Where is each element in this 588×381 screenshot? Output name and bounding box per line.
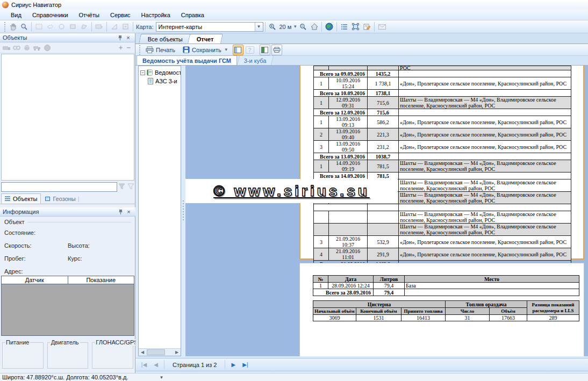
tree-hscrollbar[interactable]: ◀ ▶ bbox=[139, 348, 181, 356]
object-list-button[interactable] bbox=[339, 21, 350, 32]
layers-button[interactable] bbox=[94, 21, 105, 32]
help-button[interactable]: ? bbox=[245, 45, 255, 55]
save-button[interactable]: Сохранить ▼ bbox=[179, 45, 232, 55]
objects-close-icon[interactable]: × bbox=[124, 34, 132, 41]
info-pin-icon[interactable] bbox=[117, 208, 125, 215]
height-label: Высота: bbox=[68, 242, 131, 249]
column-header: № bbox=[313, 276, 328, 283]
dispense-group-header: Топлив ораздача bbox=[446, 301, 527, 308]
tree-item-child[interactable]: АЗС 3-и bbox=[139, 77, 181, 85]
report-toolbar: Печать Сохранить ▼ ? bbox=[135, 44, 588, 56]
expand-all-icon[interactable]: + bbox=[119, 44, 123, 52]
table-cell bbox=[368, 204, 399, 211]
table-cell bbox=[314, 211, 329, 224]
filter-apply-icon[interactable] bbox=[118, 183, 126, 191]
show-on-map-icon[interactable] bbox=[23, 44, 31, 52]
tab-divider: | bbox=[78, 196, 80, 202]
objects-list[interactable] bbox=[1, 54, 134, 181]
course-label: Курс: bbox=[68, 255, 131, 262]
globe-button[interactable] bbox=[324, 21, 335, 32]
follow-object-icon[interactable] bbox=[2, 44, 11, 52]
print-preview-button[interactable] bbox=[271, 45, 282, 55]
table-cell: Всего за 28.09.2016 bbox=[313, 289, 374, 296]
table-cell: 31 bbox=[446, 315, 490, 321]
tree-item-root-label: Ведомость bbox=[155, 69, 181, 76]
select-polygon-button[interactable] bbox=[78, 21, 90, 32]
tab-geozones[interactable]: Геозоны | bbox=[41, 193, 83, 204]
map-combobox[interactable]: Интернет-карты ▼ bbox=[156, 22, 263, 32]
menu-item[interactable]: Вид bbox=[5, 10, 27, 20]
summary-group-row: ЦистернаТоплив ораздачаРазница показаний… bbox=[313, 301, 579, 308]
table-cell: Шахты — Владимировская — М4 «Дон», Влади… bbox=[399, 224, 571, 236]
menu-item[interactable]: Справка bbox=[176, 10, 210, 20]
select-area-button[interactable] bbox=[67, 21, 78, 32]
table-cell bbox=[329, 211, 368, 224]
tree-item-root[interactable]: − Ведомость bbox=[139, 68, 181, 77]
map-combobox-arrow-icon[interactable]: ▼ bbox=[255, 23, 263, 31]
collapse-all-icon[interactable]: − bbox=[126, 44, 131, 52]
report-tab-active[interactable]: Ведомость учёта выдачи ГСМ bbox=[137, 55, 237, 65]
table-cell bbox=[368, 211, 399, 224]
table-cell: 21.09.2016 11:01 bbox=[329, 248, 368, 261]
scroll-right-icon[interactable]: ▶ bbox=[173, 349, 181, 356]
report-preview[interactable]: РОСВсего за 09.09.20161435,2110.09.2016 … bbox=[185, 66, 588, 356]
first-page-button[interactable]: |◀ bbox=[139, 360, 149, 370]
table-cell: 586,2 bbox=[368, 116, 399, 128]
objects-pin-icon[interactable] bbox=[116, 34, 124, 41]
scroll-left-icon[interactable]: ◀ bbox=[139, 349, 146, 356]
report-row: Всего за 14.09.2016781,5 bbox=[314, 172, 571, 179]
table-cell: 781,5 bbox=[368, 172, 399, 179]
statusbar-caret-icon[interactable]: ▼ bbox=[159, 375, 163, 380]
link-objects-icon[interactable] bbox=[12, 44, 21, 52]
notes-edit-button[interactable] bbox=[361, 21, 372, 32]
table-cell: 289 bbox=[527, 315, 579, 321]
stamp-button[interactable] bbox=[120, 21, 131, 32]
table-cell bbox=[399, 90, 571, 97]
tab-objects[interactable]: Объекты bbox=[1, 193, 41, 204]
last-page-button[interactable]: ▶| bbox=[240, 360, 250, 370]
next-page-button[interactable]: ▶ bbox=[228, 360, 239, 370]
zoom-in-button[interactable] bbox=[267, 21, 278, 32]
tree-expander-icon[interactable]: − bbox=[140, 70, 145, 75]
filter-clear-icon[interactable] bbox=[127, 183, 135, 191]
select-rect-button[interactable] bbox=[33, 21, 45, 32]
select-circle-button[interactable] bbox=[56, 21, 67, 32]
sensors-col-sensor: Датчик bbox=[2, 276, 68, 284]
table-cell: РОС bbox=[399, 66, 571, 70]
table-cell: 13.09.2016 09:13 bbox=[329, 116, 368, 128]
report-page-tabs: Ведомость учёта выдачи ГСМ 3-и куба bbox=[135, 56, 588, 66]
zoom-select-button[interactable] bbox=[18, 21, 30, 32]
print-button[interactable]: Печать bbox=[142, 45, 179, 55]
ruler-button[interactable] bbox=[109, 21, 120, 32]
toolbar-separator bbox=[336, 22, 337, 32]
report-page-icon bbox=[147, 78, 154, 84]
menu-item[interactable]: Справочники bbox=[27, 10, 74, 20]
table-cell: 13.09.2016 09:50 bbox=[329, 141, 368, 153]
send-message-button[interactable] bbox=[376, 21, 388, 32]
zoom-level-value[interactable]: 20 м bbox=[279, 24, 292, 30]
menu-item[interactable]: Отчёты bbox=[74, 10, 105, 20]
zoom-level-caret-icon[interactable]: ▼ bbox=[293, 24, 297, 29]
toolbar-separator bbox=[265, 22, 266, 32]
geozone-edit-button[interactable] bbox=[350, 21, 361, 32]
menu-item[interactable]: Сервис bbox=[105, 10, 136, 20]
menu-item[interactable]: Настройка bbox=[136, 10, 176, 20]
select-lasso-button[interactable] bbox=[45, 21, 56, 32]
tab-report[interactable]: Отчет bbox=[188, 34, 223, 44]
prev-page-button[interactable]: ◀ bbox=[150, 360, 161, 370]
globe-small-icon[interactable] bbox=[43, 44, 52, 52]
vehicle-icon[interactable] bbox=[33, 44, 41, 52]
scroll-thumb[interactable] bbox=[147, 349, 165, 355]
save-caret-icon[interactable]: ▼ bbox=[224, 47, 228, 52]
zoom-out-button[interactable] bbox=[297, 21, 309, 32]
object-filter-input[interactable] bbox=[1, 182, 117, 192]
table-cell: 1531 bbox=[356, 315, 401, 321]
info-close-icon[interactable]: × bbox=[125, 208, 133, 215]
home-view-button[interactable] bbox=[309, 21, 320, 32]
pan-hand-button[interactable] bbox=[7, 21, 18, 32]
report-tab-second[interactable]: 3-и куба bbox=[237, 55, 274, 65]
page-setup-button[interactable] bbox=[260, 45, 270, 55]
tree-splitter[interactable] bbox=[181, 66, 185, 356]
toggle-parameters-button[interactable] bbox=[233, 45, 243, 55]
tab-all-objects[interactable]: Все объекты bbox=[139, 34, 192, 44]
